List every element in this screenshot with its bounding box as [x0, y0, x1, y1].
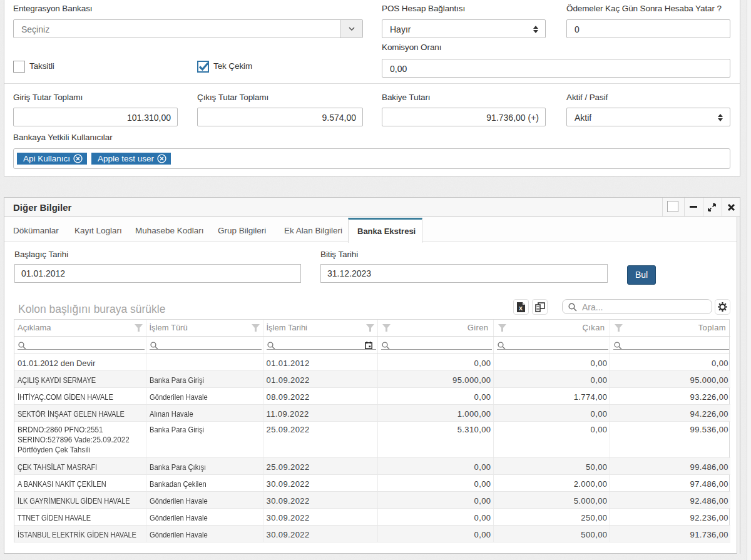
svg-text:X: X [519, 305, 523, 312]
